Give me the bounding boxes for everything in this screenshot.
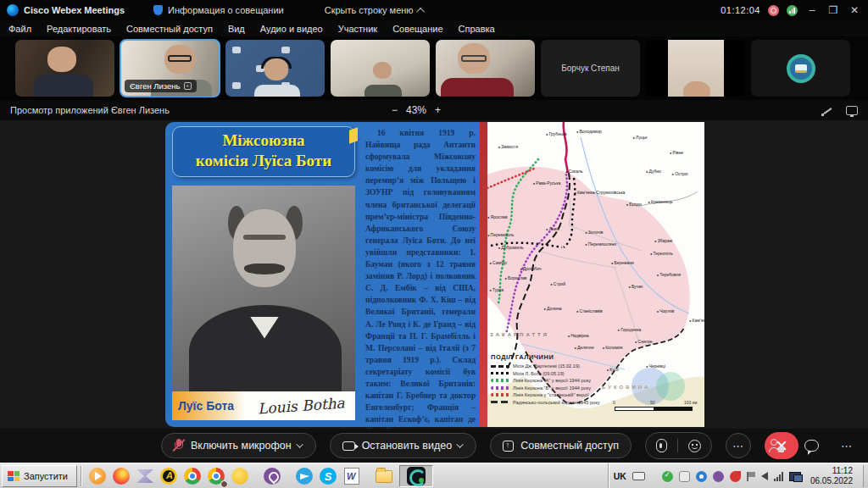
map-town-label: Добромиль xyxy=(498,245,524,250)
map-town-label: Острог xyxy=(672,171,689,176)
word-icon[interactable] xyxy=(342,466,362,486)
video-tile[interactable] xyxy=(331,40,430,97)
browser-tray-icon[interactable] xyxy=(696,471,707,482)
viber-tray-icon[interactable] xyxy=(713,471,724,482)
organization-logo-icon xyxy=(787,54,815,83)
skype-icon[interactable] xyxy=(318,466,338,486)
minimize-button[interactable]: – xyxy=(805,3,819,17)
maximize-button[interactable]: ❐ xyxy=(826,3,840,17)
expand-icon[interactable] xyxy=(184,82,192,90)
kmplayer-icon[interactable] xyxy=(135,466,155,486)
network-signal-icon[interactable] xyxy=(774,472,783,481)
zoom-in-button[interactable]: + xyxy=(435,104,441,116)
chevron-up-icon xyxy=(416,7,425,15)
map-town-label: Збараж xyxy=(654,238,672,243)
start-button[interactable]: Запустити xyxy=(2,465,77,487)
reactions-icon[interactable] xyxy=(688,440,701,452)
viber-icon[interactable] xyxy=(262,466,282,486)
system-tray: UK 11:12 06.05.2022 xyxy=(608,463,861,488)
telegram-icon[interactable] xyxy=(294,466,314,486)
recording-indicator-icon[interactable] xyxy=(768,5,779,16)
menu-audio-video[interactable]: Аудио и видео xyxy=(260,24,323,34)
share-label: Совместный доступ xyxy=(520,440,619,452)
windows-taskbar: Запустити UK xyxy=(0,463,868,488)
menu-file[interactable]: Файл xyxy=(8,24,31,34)
map-town-label: Турка xyxy=(490,287,504,292)
video-tile-active-speaker[interactable]: Євген Лизень xyxy=(120,40,220,97)
record-reactions-group xyxy=(645,432,712,459)
flag-tray-icon[interactable] xyxy=(747,472,755,481)
more-panels-button[interactable]: ⋯ xyxy=(841,440,853,452)
unmute-button[interactable]: Включить микрофон xyxy=(161,433,316,458)
map-town-label: Тернопіль xyxy=(650,251,673,256)
taskbar-webex-active[interactable] xyxy=(399,465,433,487)
aimp-icon[interactable] xyxy=(159,466,179,486)
map-town-label: Станіславів xyxy=(576,308,603,313)
menu-edit[interactable]: Редактировать xyxy=(47,24,111,34)
chrome-canary-icon[interactable] xyxy=(230,466,250,486)
stop-video-button[interactable]: Остановить видео xyxy=(330,433,477,458)
security-tray-icon[interactable] xyxy=(730,471,741,482)
folder-icon[interactable] xyxy=(374,466,394,486)
video-tile-no-video[interactable]: Борчук Степан xyxy=(541,40,640,97)
video-tile-logo[interactable] xyxy=(751,40,850,97)
share-content-button[interactable]: Совместный доступ xyxy=(490,433,632,458)
phone-link-tray-icon[interactable] xyxy=(679,471,690,482)
chrome-icon[interactable] xyxy=(182,466,203,486)
participants-panel-icon[interactable] xyxy=(769,439,782,452)
legend-label: Лінія Керзона у "сталінській" версії xyxy=(513,392,589,397)
chevron-down-icon[interactable] xyxy=(457,441,464,447)
stop-video-label: Остановить видео xyxy=(362,440,453,452)
hide-menu-label: Скрыть строку меню xyxy=(325,5,414,15)
scale-start: 0 xyxy=(613,400,615,405)
legend-label: Місія Дж. Бартелемі (15.02.19) xyxy=(513,363,580,369)
participant-name-label: Євген Лизень xyxy=(125,80,197,92)
scale-end: 100 км xyxy=(684,400,697,405)
legend-key-swatch xyxy=(491,386,509,390)
meeting-info-button[interactable]: Информация о совещании xyxy=(168,5,284,15)
clock-time: 11:12 xyxy=(810,466,853,476)
video-tile[interactable] xyxy=(436,40,535,97)
hide-menu-button[interactable]: Скрыть строку меню xyxy=(325,5,425,15)
map-town-label: Кременець xyxy=(648,199,672,204)
participant-name-label: Борчук Степан xyxy=(561,64,620,73)
show-desktop-button[interactable] xyxy=(863,465,868,487)
webex-taskbar-icon xyxy=(407,467,426,485)
presentation-slide: Міжсоюзна комісія Луїса Боти Луїс Бота L… xyxy=(165,122,487,427)
keyboard-icon[interactable] xyxy=(632,472,645,480)
video-tile[interactable] xyxy=(646,40,745,97)
app-title: Cisco Webex Meetings xyxy=(24,5,125,15)
menu-meeting[interactable]: Совещание xyxy=(392,24,442,34)
antivirus-tray-icon[interactable] xyxy=(662,471,673,482)
chrome-profile-icon[interactable] xyxy=(206,466,226,486)
share-screen-icon xyxy=(503,441,514,452)
volume-icon[interactable] xyxy=(761,472,768,480)
menu-view[interactable]: Вид xyxy=(228,24,245,34)
record-icon[interactable] xyxy=(656,439,667,452)
legend-key-swatch xyxy=(491,372,509,374)
chevron-down-icon[interactable] xyxy=(296,441,303,447)
firefox-icon[interactable] xyxy=(111,466,131,486)
display-view-icon[interactable] xyxy=(846,106,858,115)
menu-help[interactable]: Справка xyxy=(459,24,495,34)
taskbar-clock[interactable]: 11:12 06.05.2022 xyxy=(807,466,856,486)
annotate-icon[interactable] xyxy=(821,105,832,116)
close-button[interactable]: ✕ xyxy=(848,3,861,17)
map-town-label: Перемишляни xyxy=(585,241,616,247)
menu-share[interactable]: Совместный доступ xyxy=(126,24,213,34)
legend-row: Місія Дж. Бартелемі (15.02.19) xyxy=(491,363,618,369)
zoom-out-button[interactable]: − xyxy=(392,104,398,116)
chat-panel-icon[interactable] xyxy=(804,440,819,452)
video-tile[interactable] xyxy=(225,40,325,97)
connection-indicator-icon[interactable] xyxy=(787,5,798,16)
legend-key-swatch xyxy=(491,365,509,368)
media-player-icon[interactable] xyxy=(87,466,108,486)
more-options-button[interactable]: ⋯ xyxy=(726,433,751,458)
shared-screen-area: Міжсоюзна комісія Луїса Боти Луїс Бота L… xyxy=(0,120,868,429)
video-tile[interactable] xyxy=(15,40,114,97)
map-town-label: Стрий xyxy=(550,281,565,286)
language-indicator[interactable]: UK xyxy=(614,471,626,481)
dual-monitor-icon[interactable] xyxy=(789,472,801,481)
menu-participant[interactable]: Участник xyxy=(338,24,377,34)
map-town-label: Грубешів xyxy=(546,131,567,136)
